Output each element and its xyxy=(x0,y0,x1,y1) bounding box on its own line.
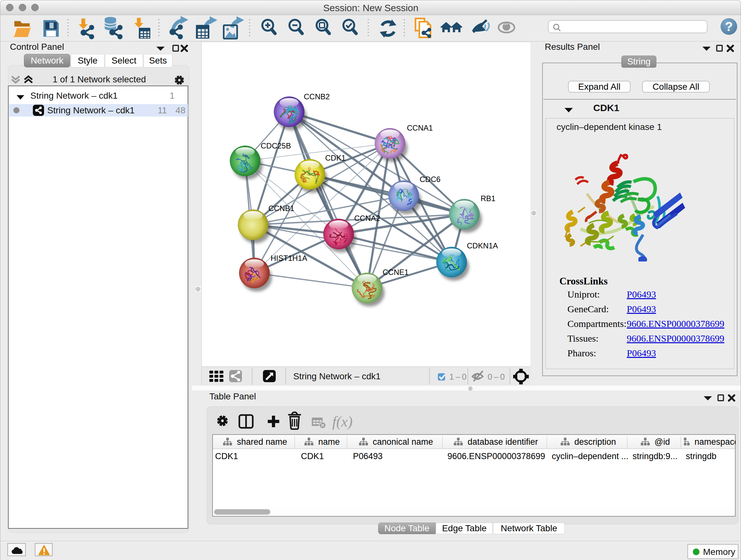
svg-text:1 – 0: 1 – 0 xyxy=(449,372,467,381)
svg-text:CCNE1: CCNE1 xyxy=(383,268,408,276)
svg-text:RB1: RB1 xyxy=(481,194,495,203)
svg-text:CDC6: CDC6 xyxy=(420,175,441,184)
svg-text:?: ? xyxy=(725,19,733,34)
svg-text:CDKN1A: CDKN1A xyxy=(467,241,498,250)
svg-text:CDK1: CDK1 xyxy=(325,153,346,162)
svg-text:CCNA1: CCNA1 xyxy=(407,124,433,132)
svg-text:CCNA2: CCNA2 xyxy=(354,214,380,223)
svg-text:0 – 0: 0 – 0 xyxy=(488,372,505,381)
svg-text:HIST1H1A: HIST1H1A xyxy=(271,254,307,262)
svg-text:f(x): f(x) xyxy=(332,414,353,430)
svg-text:CCNB2: CCNB2 xyxy=(304,92,330,101)
svg-text:CDC25B: CDC25B xyxy=(261,141,291,150)
svg-text:CCNB1: CCNB1 xyxy=(268,204,294,212)
